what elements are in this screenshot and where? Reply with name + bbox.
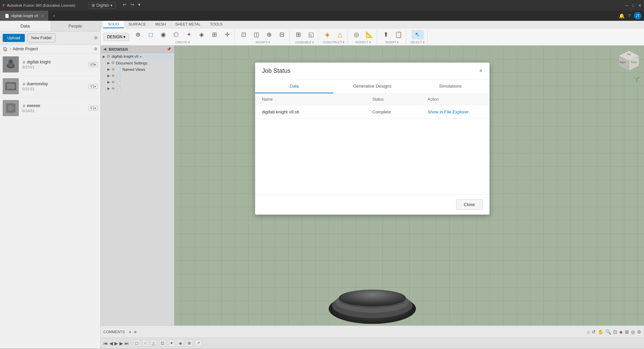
file-date-1: 8/27/21 xyxy=(22,65,89,69)
file-item-1[interactable]: 🖥 digifab knight 8/27/21 V9▾ xyxy=(0,54,100,76)
timeline-icon-2[interactable]: ○ xyxy=(142,340,148,347)
modal-tab-simulations[interactable]: Simulations xyxy=(411,80,489,93)
ribbon-tab-tools[interactable]: TOOLS xyxy=(205,21,227,28)
workspace-arrow: ▾ xyxy=(110,3,112,8)
options-btn[interactable]: ▾ xyxy=(138,2,141,9)
maximize-btn[interactable]: □ xyxy=(632,3,634,8)
create-move-btn[interactable]: ✛ xyxy=(221,30,233,39)
create-loft-btn[interactable]: ⬡ xyxy=(170,30,182,39)
assemble-joint[interactable]: ◱ xyxy=(305,30,317,39)
construct-axis[interactable]: △ xyxy=(334,30,346,39)
timeline-icon-8[interactable]: ↗ xyxy=(195,340,202,347)
redo-btn[interactable]: ↪ xyxy=(130,2,134,9)
timeline-next-btn[interactable]: ▶ xyxy=(119,341,123,346)
modal-close-button[interactable]: Close xyxy=(456,199,483,210)
timeline-play-btn[interactable]: ▶ xyxy=(114,341,118,346)
doc-tab-label: digifab knight v9 xyxy=(11,14,38,18)
timeline-last-btn[interactable]: ⏭ xyxy=(124,341,129,346)
undo-btn[interactable]: ↩ xyxy=(123,2,126,9)
modify-shell-btn[interactable]: ⊕ xyxy=(263,30,275,39)
orbit-btn[interactable]: ↺ xyxy=(592,329,596,335)
file-name-1: digifab knight xyxy=(27,60,51,64)
breadcrumb-project[interactable]: Admin Project xyxy=(13,47,38,51)
comments-collapse[interactable]: ▶ xyxy=(135,330,137,334)
new-tab-btn[interactable]: + xyxy=(49,13,59,18)
new-folder-button[interactable]: New Folder xyxy=(28,34,55,42)
tab-help[interactable]: ? xyxy=(628,13,631,18)
upload-button[interactable]: Upload xyxy=(3,34,25,42)
modal-tab-data[interactable]: Data xyxy=(255,80,333,93)
breadcrumb-settings-icon[interactable]: ⚙ xyxy=(94,47,98,51)
display-mode-btn[interactable]: ◈ xyxy=(619,329,623,335)
insert-decal[interactable]: 📋 xyxy=(392,30,405,39)
construct-plane[interactable]: ◈ xyxy=(321,30,333,39)
ribbon-tab-mesh[interactable]: MESH xyxy=(151,21,171,28)
ribbon-tab-sheet-metal[interactable]: SHEET METAL xyxy=(171,21,205,28)
file-icon-3: 🖥 xyxy=(22,104,25,108)
doc-tab[interactable]: 📄 digifab knight v9 × xyxy=(0,11,49,21)
timeline-icon-5[interactable]: ✦ xyxy=(168,340,175,347)
insert-derive[interactable]: ⬆ xyxy=(380,30,392,39)
modify-press-btn[interactable]: ⊡ xyxy=(237,30,250,39)
close-btn[interactable]: ✕ xyxy=(638,3,641,8)
doc-tab-close[interactable]: × xyxy=(42,14,44,18)
assemble-label: ASSEMBLE ▾ xyxy=(294,39,315,44)
ribbon-modify-buttons: ⊡ ◫ ⊕ ⊟ xyxy=(237,30,288,39)
left-panel: Data People Upload New Folder ⚙ 🏠 > Admi… xyxy=(0,21,101,348)
create-sweep-btn[interactable]: ◉ xyxy=(157,30,169,39)
ribbon-tab-solid[interactable]: SOLID xyxy=(103,21,124,28)
workspace-switcher[interactable]: ⊞ Digifab ▾ xyxy=(89,2,115,9)
settings-icon-bottom[interactable]: ⚙ xyxy=(637,329,641,335)
timeline-icon-6[interactable]: ◈ xyxy=(177,340,184,347)
assemble-new-component[interactable]: ⊞ xyxy=(292,30,304,39)
design-label: DESIGN ▾ xyxy=(107,35,125,39)
minimize-btn[interactable]: ─ xyxy=(626,3,628,8)
select-cursor[interactable]: ↖ xyxy=(412,30,424,39)
breadcrumb-separator: > xyxy=(9,47,11,51)
create-revolve-btn[interactable]: ◻ xyxy=(145,30,157,39)
ribbon-assemble-section: ⊞ ◱ ASSEMBLE ▾ xyxy=(291,30,319,44)
inspect-interference[interactable]: 📐 xyxy=(363,30,375,39)
file-item-3[interactable]: 🖥 eeeeee 5/14/21 V1▾ xyxy=(0,97,100,119)
tab-notifications[interactable]: 🔔 xyxy=(619,13,625,18)
timeline-icon-7[interactable]: ⊕ xyxy=(186,340,193,347)
panel-tabs: Data People xyxy=(0,21,100,32)
ribbon-construct-section: ◈ △ CONSTRUCT ▾ xyxy=(320,30,348,44)
tab-people[interactable]: People xyxy=(50,21,101,31)
environment-btn[interactable]: ◎ xyxy=(631,329,635,335)
create-extrude-btn[interactable]: ⊕ xyxy=(132,30,144,39)
timeline-icon-3[interactable]: △ xyxy=(150,340,157,347)
panel-settings-icon[interactable]: ⚙ xyxy=(94,36,98,40)
file-version-2[interactable]: V1▾ xyxy=(89,84,98,89)
zoom-fit-btn[interactable]: ⊡ xyxy=(613,329,617,335)
modal-tab-generative[interactable]: Generative Designs xyxy=(333,80,412,93)
timeline-icon-1[interactable]: ◻ xyxy=(133,340,140,347)
inspect-measure[interactable]: ◎ xyxy=(351,30,363,39)
breadcrumb-home[interactable]: 🏠 xyxy=(3,47,8,51)
tab-data[interactable]: Data xyxy=(0,21,50,31)
file-version-1[interactable]: V9▾ xyxy=(89,62,98,67)
comments-toggle[interactable]: ● xyxy=(129,330,131,334)
file-item-2[interactable]: 🖥 duemonday 5/21/21 V1▾ xyxy=(0,76,100,97)
timeline-icon-4[interactable]: ⊡ xyxy=(159,340,166,347)
timeline-prev-btn[interactable]: ◀ xyxy=(109,341,113,346)
home-view-btn[interactable]: ⌂ xyxy=(587,329,590,335)
modify-fillet-btn[interactable]: ◫ xyxy=(250,30,262,39)
canvas-area[interactable]: ◀ BROWSER 📌 ▶ ⚙ digifab knight v9 ● ▶ ⚙ … xyxy=(101,46,644,326)
timeline-first-btn[interactable]: ⏮ xyxy=(103,341,108,346)
file-thumb-2 xyxy=(3,78,19,94)
grid-btn[interactable]: ⊞ xyxy=(625,329,629,335)
show-in-file-explorer-link[interactable]: Show in File Explorer xyxy=(428,109,469,114)
create-freeform-btn[interactable]: ✦ xyxy=(183,30,195,39)
design-dropdown[interactable]: DESIGN ▾ xyxy=(103,33,129,41)
tab-user[interactable]: JT xyxy=(634,12,641,19)
modal-close-btn[interactable]: × xyxy=(479,67,483,74)
create-more-btn[interactable]: ⊞ xyxy=(208,30,220,39)
zoom-btn[interactable]: 🔍 xyxy=(605,329,611,335)
modal-tabs: Data Generative Designs Simulations xyxy=(255,80,489,94)
ribbon-tab-surface[interactable]: SURFACE xyxy=(124,21,151,28)
create-box-btn[interactable]: ◈ xyxy=(196,30,208,39)
pan-btn[interactable]: ✋ xyxy=(598,329,603,335)
modify-more-btn[interactable]: ⊟ xyxy=(276,30,288,39)
file-version-3[interactable]: V1▾ xyxy=(89,106,98,111)
